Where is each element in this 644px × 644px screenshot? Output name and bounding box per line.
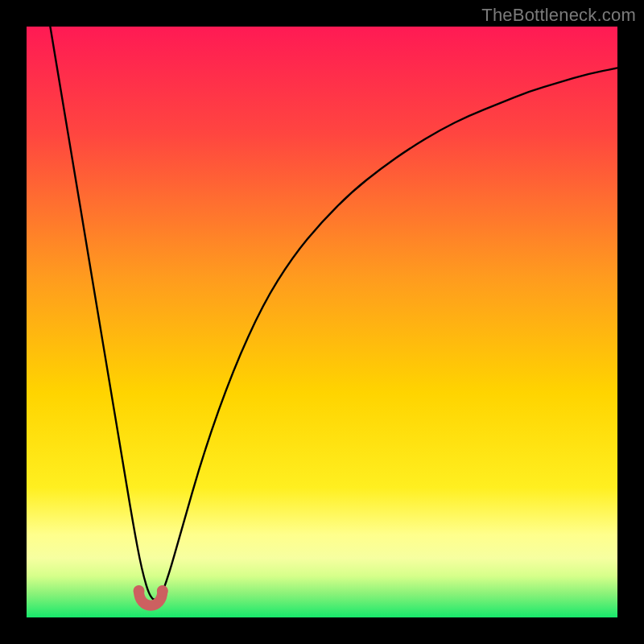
svg-point-2 — [157, 585, 168, 597]
bottleneck-curve — [27, 27, 617, 617]
svg-point-1 — [134, 585, 145, 597]
watermark-text: TheBottleneck.com — [481, 5, 636, 26]
chart-frame: TheBottleneck.com — [0, 0, 644, 644]
plot-area — [27, 27, 617, 617]
